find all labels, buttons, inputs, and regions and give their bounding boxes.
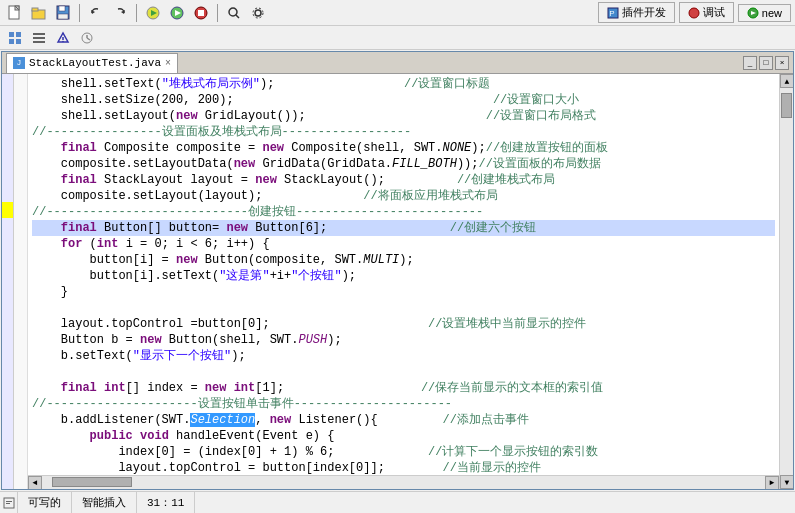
java-file-icon: J (13, 57, 25, 69)
second-toolbar (0, 26, 795, 50)
svg-rect-27 (9, 39, 14, 44)
code-main: shell.setText("堆栈式布局示例"); //设置窗口标题 shell… (28, 74, 779, 489)
code-line-19 (32, 364, 775, 380)
v-scroll-thumb[interactable] (781, 93, 792, 118)
undo-button[interactable] (85, 3, 107, 23)
code-line-3: shell.setLayout(new GridLayout()); //设置窗… (32, 108, 775, 124)
code-editor[interactable]: shell.setText("堆栈式布局示例"); //设置窗口标题 shell… (28, 74, 779, 475)
svg-rect-39 (6, 501, 12, 502)
tb2-btn1[interactable] (4, 28, 26, 48)
code-line-6: composite.setLayoutData(new GridData(Gri… (32, 156, 775, 172)
h-scroll-track (42, 476, 765, 490)
search-button[interactable] (223, 3, 245, 23)
tab-label: StackLayoutTest.java (29, 57, 161, 69)
code-line-10: final Button[] button= new Button[6]; //… (32, 220, 775, 236)
tab-stacklayout[interactable]: J StackLayoutTest.java × (6, 53, 178, 73)
svg-rect-40 (6, 503, 10, 504)
new-button[interactable] (4, 3, 26, 23)
minimize-button[interactable]: _ (743, 56, 757, 70)
code-line-5: final Composite composite = new Composit… (32, 140, 775, 156)
scroll-left-button[interactable]: ◄ (28, 476, 42, 490)
code-line-15 (32, 300, 775, 316)
code-line-17: Button b = new Button(shell, SWT.PUSH); (32, 332, 775, 348)
svg-line-17 (236, 15, 239, 18)
save-button[interactable] (52, 3, 74, 23)
new-config-button[interactable]: new (738, 4, 791, 22)
code-line-12: button[i] = new Button(composite, SWT.MU… (32, 252, 775, 268)
svg-rect-25 (9, 32, 14, 37)
highlight-marker (2, 202, 13, 218)
scroll-right-button[interactable]: ► (765, 476, 779, 490)
sep2 (136, 4, 137, 22)
code-line-24: index[0] = (index[0] + 1) % 6; //计算下一个显示… (32, 444, 775, 460)
code-line-8: composite.setLayout(layout); //将面板应用堆栈式布… (32, 188, 775, 204)
settings-button[interactable] (247, 3, 269, 23)
main-toolbar: P 插件开发 调试 new (0, 0, 795, 26)
h-scroll-thumb[interactable] (52, 477, 132, 487)
svg-point-18 (255, 10, 261, 16)
code-line-25: layout.topControl = button[index[0]]; //… (32, 460, 775, 475)
svg-line-37 (87, 38, 90, 40)
tab-bar: J StackLayoutTest.java × _ □ × (2, 52, 793, 74)
horizontal-scrollbar[interactable]: ◄ ► (28, 475, 779, 489)
editor-window: J StackLayoutTest.java × _ □ × (1, 51, 794, 490)
status-bar: 可写的 智能插入 31：11 (0, 491, 795, 513)
tb2-btn2[interactable] (28, 28, 50, 48)
tab-close-icon[interactable]: × (165, 58, 171, 69)
svg-rect-26 (16, 32, 21, 37)
code-line-23: public void handleEvent(Event e) { (32, 428, 775, 444)
code-line-16: layout.topControl =button[0]; //设置堆栈中当前显… (32, 316, 775, 332)
stop-button[interactable] (190, 3, 212, 23)
plugin-dev-label: 插件开发 (622, 5, 666, 20)
status-icon-left (0, 492, 18, 514)
marker-bar (2, 74, 14, 489)
code-line-13: button[i].setText("这是第"+i+"个按钮"); (32, 268, 775, 284)
line-gutter (14, 74, 28, 489)
scroll-down-button[interactable]: ▼ (780, 475, 793, 489)
code-line-22: b.addListener(SWT.Selection, new Listene… (32, 412, 775, 428)
svg-rect-15 (198, 10, 204, 16)
svg-rect-4 (32, 8, 38, 11)
sep3 (217, 4, 218, 22)
plugin-dev-button[interactable]: P 插件开发 (598, 2, 675, 23)
svg-text:P: P (609, 9, 614, 18)
maximize-button[interactable]: □ (759, 56, 773, 70)
status-insert: 智能插入 (72, 492, 137, 513)
debug-button[interactable]: 调试 (679, 2, 734, 23)
svg-point-22 (689, 8, 699, 18)
sep1 (79, 4, 80, 22)
build-button[interactable] (142, 3, 164, 23)
scroll-up-button[interactable]: ▲ (780, 74, 793, 88)
redo-button[interactable] (109, 3, 131, 23)
new-config-label: new (762, 7, 782, 19)
svg-rect-7 (58, 14, 68, 19)
code-line-14: } (32, 284, 775, 300)
code-line-7: final StackLayout layout = new StackLayo… (32, 172, 775, 188)
code-line-20: final int[] index = new int[1]; //保存当前显示… (32, 380, 775, 396)
tb2-btn4[interactable] (76, 28, 98, 48)
code-line-18: b.setText("显示下一个按钮"); (32, 348, 775, 364)
right-toolbar: P 插件开发 调试 new (598, 2, 791, 23)
svg-point-16 (229, 8, 237, 16)
status-writable: 可写的 (18, 492, 72, 513)
close-button[interactable]: × (775, 56, 789, 70)
run-button[interactable] (166, 3, 188, 23)
svg-point-34 (62, 40, 64, 42)
v-scroll-track (780, 88, 793, 475)
svg-rect-6 (59, 6, 65, 11)
vertical-scrollbar[interactable]: ▲ ▼ (779, 74, 793, 489)
editor-content: shell.setText("堆栈式布局示例"); //设置窗口标题 shell… (2, 74, 793, 489)
code-line-9: //----------------------------创建按钮------… (32, 204, 775, 220)
status-position: 31：11 (137, 492, 195, 513)
code-line-2: shell.setSize(200, 200); //设置窗口大小 (32, 92, 775, 108)
tb2-btn3[interactable] (52, 28, 74, 48)
window-controls: _ □ × (743, 56, 789, 70)
svg-rect-28 (16, 39, 21, 44)
code-line-1: shell.setText("堆栈式布局示例"); //设置窗口标题 (32, 76, 775, 92)
open-button[interactable] (28, 3, 50, 23)
code-line-4: //----------------设置面板及堆栈式布局------------… (32, 124, 775, 140)
code-line-11: for (int i = 0; i < 6; i++) { (32, 236, 775, 252)
debug-label: 调试 (703, 5, 725, 20)
code-line-21: //---------------------设置按钮单击事件---------… (32, 396, 775, 412)
